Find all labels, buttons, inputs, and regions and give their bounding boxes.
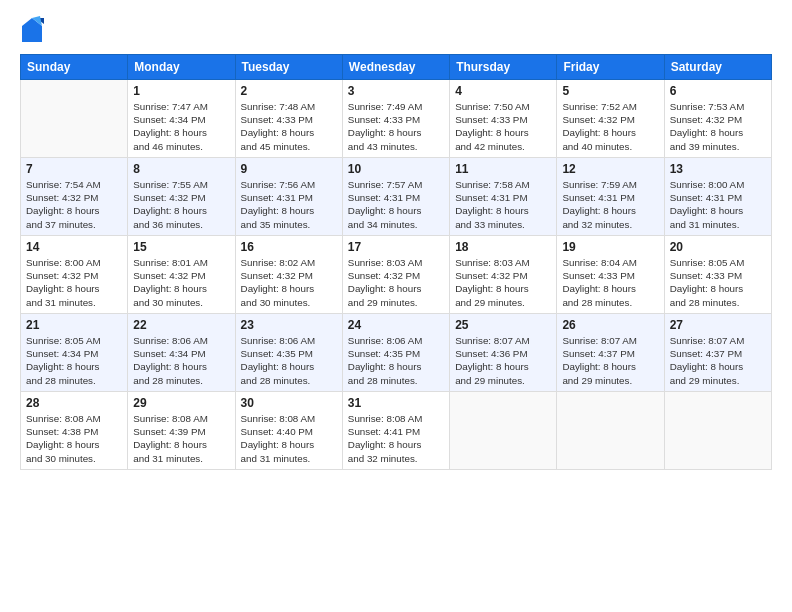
week-row-1: 1Sunrise: 7:47 AM Sunset: 4:34 PM Daylig… [21, 80, 772, 158]
day-number: 18 [455, 240, 551, 254]
day-cell: 10Sunrise: 7:57 AM Sunset: 4:31 PM Dayli… [342, 158, 449, 236]
calendar-header-row: SundayMondayTuesdayWednesdayThursdayFrid… [21, 55, 772, 80]
day-number: 2 [241, 84, 337, 98]
day-cell: 22Sunrise: 8:06 AM Sunset: 4:34 PM Dayli… [128, 314, 235, 392]
day-info: Sunrise: 8:00 AM Sunset: 4:32 PM Dayligh… [26, 256, 122, 309]
day-info: Sunrise: 8:03 AM Sunset: 4:32 PM Dayligh… [455, 256, 551, 309]
day-number: 5 [562, 84, 658, 98]
day-number: 25 [455, 318, 551, 332]
header-thursday: Thursday [450, 55, 557, 80]
day-info: Sunrise: 8:08 AM Sunset: 4:38 PM Dayligh… [26, 412, 122, 465]
day-number: 19 [562, 240, 658, 254]
day-number: 29 [133, 396, 229, 410]
day-cell: 1Sunrise: 7:47 AM Sunset: 4:34 PM Daylig… [128, 80, 235, 158]
header [20, 16, 772, 44]
day-info: Sunrise: 8:07 AM Sunset: 4:37 PM Dayligh… [670, 334, 766, 387]
week-row-2: 7Sunrise: 7:54 AM Sunset: 4:32 PM Daylig… [21, 158, 772, 236]
header-monday: Monday [128, 55, 235, 80]
day-info: Sunrise: 7:50 AM Sunset: 4:33 PM Dayligh… [455, 100, 551, 153]
day-cell: 15Sunrise: 8:01 AM Sunset: 4:32 PM Dayli… [128, 236, 235, 314]
day-cell: 3Sunrise: 7:49 AM Sunset: 4:33 PM Daylig… [342, 80, 449, 158]
day-cell [557, 392, 664, 470]
day-info: Sunrise: 7:52 AM Sunset: 4:32 PM Dayligh… [562, 100, 658, 153]
day-cell: 11Sunrise: 7:58 AM Sunset: 4:31 PM Dayli… [450, 158, 557, 236]
calendar-table: SundayMondayTuesdayWednesdayThursdayFrid… [20, 54, 772, 470]
day-cell: 25Sunrise: 8:07 AM Sunset: 4:36 PM Dayli… [450, 314, 557, 392]
day-number: 30 [241, 396, 337, 410]
day-number: 11 [455, 162, 551, 176]
day-number: 20 [670, 240, 766, 254]
header-saturday: Saturday [664, 55, 771, 80]
day-number: 8 [133, 162, 229, 176]
day-number: 24 [348, 318, 444, 332]
day-number: 31 [348, 396, 444, 410]
day-cell: 17Sunrise: 8:03 AM Sunset: 4:32 PM Dayli… [342, 236, 449, 314]
day-cell [450, 392, 557, 470]
day-info: Sunrise: 7:47 AM Sunset: 4:34 PM Dayligh… [133, 100, 229, 153]
header-wednesday: Wednesday [342, 55, 449, 80]
day-cell: 4Sunrise: 7:50 AM Sunset: 4:33 PM Daylig… [450, 80, 557, 158]
header-sunday: Sunday [21, 55, 128, 80]
day-info: Sunrise: 8:08 AM Sunset: 4:40 PM Dayligh… [241, 412, 337, 465]
day-info: Sunrise: 7:58 AM Sunset: 4:31 PM Dayligh… [455, 178, 551, 231]
day-cell: 27Sunrise: 8:07 AM Sunset: 4:37 PM Dayli… [664, 314, 771, 392]
day-number: 16 [241, 240, 337, 254]
week-row-4: 21Sunrise: 8:05 AM Sunset: 4:34 PM Dayli… [21, 314, 772, 392]
day-cell: 19Sunrise: 8:04 AM Sunset: 4:33 PM Dayli… [557, 236, 664, 314]
day-info: Sunrise: 7:55 AM Sunset: 4:32 PM Dayligh… [133, 178, 229, 231]
day-cell: 2Sunrise: 7:48 AM Sunset: 4:33 PM Daylig… [235, 80, 342, 158]
day-info: Sunrise: 8:06 AM Sunset: 4:35 PM Dayligh… [241, 334, 337, 387]
day-info: Sunrise: 8:08 AM Sunset: 4:41 PM Dayligh… [348, 412, 444, 465]
day-info: Sunrise: 7:56 AM Sunset: 4:31 PM Dayligh… [241, 178, 337, 231]
day-cell: 23Sunrise: 8:06 AM Sunset: 4:35 PM Dayli… [235, 314, 342, 392]
day-info: Sunrise: 7:57 AM Sunset: 4:31 PM Dayligh… [348, 178, 444, 231]
day-number: 3 [348, 84, 444, 98]
day-cell: 8Sunrise: 7:55 AM Sunset: 4:32 PM Daylig… [128, 158, 235, 236]
day-cell: 9Sunrise: 7:56 AM Sunset: 4:31 PM Daylig… [235, 158, 342, 236]
day-info: Sunrise: 8:05 AM Sunset: 4:33 PM Dayligh… [670, 256, 766, 309]
day-cell: 18Sunrise: 8:03 AM Sunset: 4:32 PM Dayli… [450, 236, 557, 314]
day-info: Sunrise: 7:53 AM Sunset: 4:32 PM Dayligh… [670, 100, 766, 153]
day-cell: 31Sunrise: 8:08 AM Sunset: 4:41 PM Dayli… [342, 392, 449, 470]
day-number: 9 [241, 162, 337, 176]
day-cell: 14Sunrise: 8:00 AM Sunset: 4:32 PM Dayli… [21, 236, 128, 314]
day-cell: 21Sunrise: 8:05 AM Sunset: 4:34 PM Dayli… [21, 314, 128, 392]
day-number: 13 [670, 162, 766, 176]
day-number: 1 [133, 84, 229, 98]
day-info: Sunrise: 8:04 AM Sunset: 4:33 PM Dayligh… [562, 256, 658, 309]
day-cell: 26Sunrise: 8:07 AM Sunset: 4:37 PM Dayli… [557, 314, 664, 392]
day-info: Sunrise: 8:01 AM Sunset: 4:32 PM Dayligh… [133, 256, 229, 309]
day-info: Sunrise: 8:03 AM Sunset: 4:32 PM Dayligh… [348, 256, 444, 309]
day-cell: 24Sunrise: 8:06 AM Sunset: 4:35 PM Dayli… [342, 314, 449, 392]
day-cell: 20Sunrise: 8:05 AM Sunset: 4:33 PM Dayli… [664, 236, 771, 314]
logo [20, 16, 48, 44]
day-cell: 30Sunrise: 8:08 AM Sunset: 4:40 PM Dayli… [235, 392, 342, 470]
day-info: Sunrise: 7:49 AM Sunset: 4:33 PM Dayligh… [348, 100, 444, 153]
logo-icon [20, 16, 44, 44]
day-info: Sunrise: 8:00 AM Sunset: 4:31 PM Dayligh… [670, 178, 766, 231]
day-info: Sunrise: 8:07 AM Sunset: 4:36 PM Dayligh… [455, 334, 551, 387]
day-number: 17 [348, 240, 444, 254]
week-row-5: 28Sunrise: 8:08 AM Sunset: 4:38 PM Dayli… [21, 392, 772, 470]
day-info: Sunrise: 7:59 AM Sunset: 4:31 PM Dayligh… [562, 178, 658, 231]
page: SundayMondayTuesdayWednesdayThursdayFrid… [0, 0, 792, 612]
header-friday: Friday [557, 55, 664, 80]
day-number: 15 [133, 240, 229, 254]
day-info: Sunrise: 8:08 AM Sunset: 4:39 PM Dayligh… [133, 412, 229, 465]
day-cell: 7Sunrise: 7:54 AM Sunset: 4:32 PM Daylig… [21, 158, 128, 236]
day-number: 28 [26, 396, 122, 410]
day-info: Sunrise: 8:07 AM Sunset: 4:37 PM Dayligh… [562, 334, 658, 387]
day-number: 6 [670, 84, 766, 98]
day-cell: 28Sunrise: 8:08 AM Sunset: 4:38 PM Dayli… [21, 392, 128, 470]
day-cell: 6Sunrise: 7:53 AM Sunset: 4:32 PM Daylig… [664, 80, 771, 158]
day-number: 22 [133, 318, 229, 332]
day-number: 27 [670, 318, 766, 332]
day-number: 21 [26, 318, 122, 332]
day-info: Sunrise: 8:05 AM Sunset: 4:34 PM Dayligh… [26, 334, 122, 387]
day-number: 14 [26, 240, 122, 254]
day-info: Sunrise: 7:48 AM Sunset: 4:33 PM Dayligh… [241, 100, 337, 153]
day-number: 26 [562, 318, 658, 332]
day-info: Sunrise: 8:02 AM Sunset: 4:32 PM Dayligh… [241, 256, 337, 309]
day-cell: 12Sunrise: 7:59 AM Sunset: 4:31 PM Dayli… [557, 158, 664, 236]
week-row-3: 14Sunrise: 8:00 AM Sunset: 4:32 PM Dayli… [21, 236, 772, 314]
